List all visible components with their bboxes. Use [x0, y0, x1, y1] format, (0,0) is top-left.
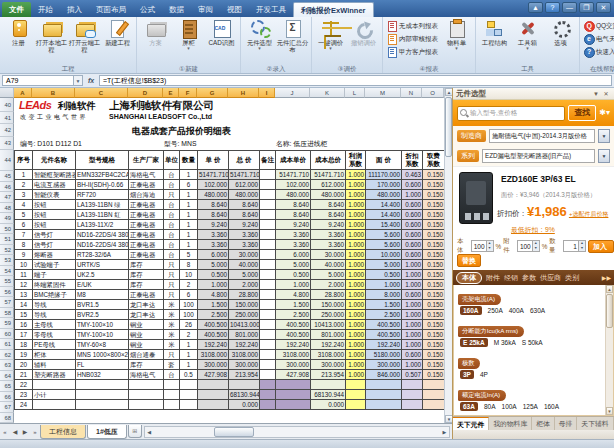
cell[interactable]: 400.500 — [366, 330, 402, 340]
cell[interactable]: 只 — [164, 270, 180, 280]
cell[interactable]: 导线 — [33, 300, 76, 310]
cell[interactable]: 1.000 — [402, 340, 423, 350]
cell[interactable] — [276, 390, 311, 400]
cell[interactable]: 台 — [164, 200, 180, 210]
cell[interactable]: 1.000 — [346, 220, 366, 230]
cell[interactable]: 3.360 — [198, 240, 229, 250]
filter-option[interactable]: 4P — [480, 371, 488, 378]
cell[interactable]: 20 — [15, 360, 33, 370]
cell[interactable]: 3.360 — [276, 230, 311, 240]
ribbon-button[interactable]: 内部审核报表 — [385, 33, 440, 45]
cell[interactable] — [164, 390, 180, 400]
table-column-header[interactable]: 总 价 — [229, 151, 260, 170]
cell[interactable]: 30.000 — [311, 250, 346, 260]
cell[interactable]: 24 — [15, 400, 33, 410]
ribbon-button[interactable]: 方案 — [139, 18, 172, 62]
cell[interactable]: 1.000 — [402, 280, 423, 290]
cell[interactable]: 22 — [15, 380, 33, 390]
cell[interactable] — [366, 380, 402, 390]
cell[interactable]: 15 — [15, 310, 33, 320]
ribbon-tab-7[interactable]: 视图 — [220, 2, 249, 17]
filter-option[interactable]: E 25kA — [460, 338, 488, 347]
cell[interactable]: 米 — [164, 340, 180, 350]
cell[interactable]: 只 — [164, 290, 180, 300]
horizontal-scrollbar-thumb[interactable] — [214, 427, 254, 437]
row-header-65[interactable]: 65 — [0, 381, 14, 392]
cell[interactable]: 1.000 — [402, 330, 423, 340]
cell[interactable] — [366, 400, 402, 410]
row-header-54[interactable]: 54 — [0, 266, 14, 277]
cell[interactable]: 8.640 — [229, 200, 260, 210]
cell[interactable]: UK2.5 — [76, 270, 129, 280]
cell[interactable]: 0.507 — [402, 370, 423, 380]
cell[interactable]: 正泰电器 — [129, 290, 164, 300]
row-header-46[interactable]: 46 — [0, 182, 14, 193]
cell[interactable] — [260, 290, 276, 300]
cell[interactable]: 1.000 — [346, 230, 366, 240]
cell[interactable]: 2 — [15, 180, 33, 190]
cell[interactable]: 台 — [164, 370, 180, 380]
cell[interactable]: 21 — [15, 370, 33, 380]
cell[interactable] — [366, 390, 402, 400]
cell[interactable]: BVR1.5 — [76, 300, 129, 310]
cell[interactable] — [129, 390, 164, 400]
cell[interactable]: 米 — [164, 330, 180, 340]
find-button[interactable]: 查找 — [568, 105, 596, 121]
ribbon-button[interactable]: 撤销调价 — [347, 18, 380, 62]
cell[interactable]: 0.000 — [229, 400, 260, 410]
column-header-K[interactable]: K — [310, 88, 345, 98]
cell[interactable]: 3108.000 — [311, 350, 346, 360]
cell[interactable]: 5.000 — [198, 260, 229, 270]
cell[interactable]: 0.000 — [311, 400, 346, 410]
cell[interactable] — [346, 390, 366, 400]
column-header-M[interactable]: M — [365, 88, 401, 98]
panel-bottom-tab-我的物料库[interactable]: 我的物料库 — [489, 417, 532, 430]
cell[interactable]: 2 — [180, 280, 198, 290]
cell[interactable]: 正泰电器 — [129, 210, 164, 220]
cell[interactable] — [260, 380, 276, 390]
cell[interactable]: 5.600 — [366, 240, 402, 250]
cell[interactable]: 192.240 — [366, 340, 402, 350]
cell[interactable]: 3.360 — [229, 230, 260, 240]
cell[interactable]: 427.908 — [198, 370, 229, 380]
filter-option[interactable]: 100A — [502, 403, 517, 410]
filters-scrollbar-thumb[interactable] — [606, 294, 613, 328]
cell[interactable] — [260, 270, 276, 280]
cell[interactable]: 250.000 — [229, 310, 260, 320]
cell[interactable] — [260, 330, 276, 340]
cell[interactable]: 1 — [180, 210, 198, 220]
column-header-C[interactable]: C — [75, 88, 128, 98]
cell[interactable]: 10.000 — [366, 250, 402, 260]
cell[interactable]: 5.000 — [229, 270, 260, 280]
cell[interactable]: 1 — [180, 240, 198, 250]
cell[interactable]: 1.000 — [346, 280, 366, 290]
sheet-nav-icon[interactable]: ▶ — [20, 428, 30, 435]
ribbon-button[interactable]: 无成本列报表 — [385, 20, 440, 32]
acc-discount-stepper[interactable]: 100▲▼ — [517, 240, 540, 252]
cell[interactable]: 300.000 — [366, 360, 402, 370]
cell[interactable]: PE母线 — [33, 340, 76, 350]
cell[interactable]: 8.000 — [366, 290, 402, 300]
ribbon-button[interactable]: 注册 — [2, 18, 35, 62]
cell[interactable] — [311, 380, 346, 390]
cell[interactable] — [198, 390, 229, 400]
column-header-D[interactable]: D — [128, 88, 163, 98]
panel-close-icon[interactable]: ✕ — [601, 90, 611, 97]
row-header-64[interactable]: 64 — [0, 371, 14, 382]
cell[interactable]: 14.400 — [366, 210, 402, 220]
cell[interactable]: E/UK — [76, 280, 129, 290]
cell[interactable]: 1 — [180, 360, 198, 370]
cell[interactable]: 正泰电器 — [129, 240, 164, 250]
cell[interactable] — [423, 390, 445, 400]
cell[interactable] — [198, 400, 229, 410]
cell[interactable]: 846.000 — [366, 370, 402, 380]
cell-name-box[interactable]: A79 — [2, 75, 74, 86]
column-header-H[interactable]: H — [228, 88, 259, 98]
cell[interactable]: 1.000 — [346, 300, 366, 310]
cell[interactable]: 100 — [180, 300, 198, 310]
cell[interactable]: 8.640 — [311, 210, 346, 220]
cell[interactable]: 终端紧固件 — [33, 280, 76, 290]
cell[interactable]: 100 — [180, 310, 198, 320]
panel-bottom-tab-柜体[interactable]: 柜体 — [532, 417, 555, 430]
cell[interactable]: 1.000 — [346, 330, 366, 340]
